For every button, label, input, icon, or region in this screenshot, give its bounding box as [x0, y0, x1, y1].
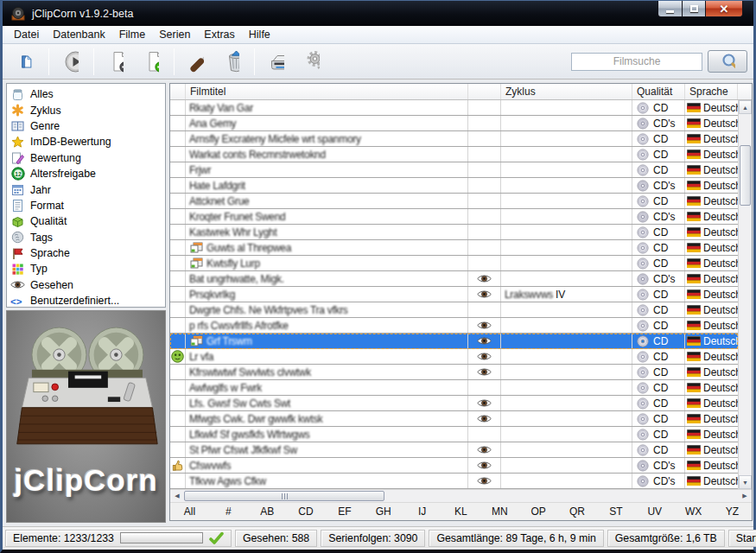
trash-button[interactable]	[214, 46, 250, 78]
menu-item-datenbank[interactable]: Datenbank	[46, 27, 111, 42]
sidebar-item-label: Bewertung	[30, 152, 81, 164]
menu-item-extras[interactable]: Extras	[197, 27, 241, 42]
table-row[interactable]: Arnsfly Excrateny Micfele wrt spanmoryCD…	[170, 131, 738, 147]
table-row[interactable]: Ana GemyCD'sDeutsch	[170, 116, 738, 131]
alpha-filter-hash[interactable]: #	[209, 505, 248, 518]
alpha-filter-uv[interactable]: UV	[635, 505, 674, 518]
alpha-filter-gh[interactable]: GH	[364, 505, 403, 518]
table-row[interactable]: St Pfwr Cfswt Jfkfkwf SwCDDeutsch	[170, 442, 738, 458]
table-row[interactable]: Lfkwkf Sf gwsfkfs WfrtwgwsCDDeutsch	[170, 427, 738, 442]
alpha-filter-st[interactable]: ST	[596, 505, 635, 518]
german-flag-icon	[687, 352, 701, 361]
column-header-zyklus[interactable]: Zyklus	[501, 84, 632, 99]
row-zyklus-cell	[501, 116, 632, 130]
add-series-button[interactable]	[134, 46, 169, 78]
table-row[interactable]: Awfwglfs w FwrkCDDeutsch	[170, 380, 738, 396]
language-label: Deutsch	[703, 149, 738, 161]
table-row[interactable]: Hate LafdgritCD'sDeutsch	[170, 178, 738, 194]
scroll-up-arrow[interactable]: ▲	[739, 100, 752, 114]
sidebar-item-jahr[interactable]: Jahr	[7, 181, 165, 197]
sidebar-item-imdb-bewertung[interactable]: ImDB-Bewertung	[7, 134, 165, 149]
scroll-right-arrow[interactable]: ▶	[738, 490, 752, 502]
alpha-filter-ij[interactable]: IJ	[403, 505, 442, 518]
table-row[interactable]: Dwgrte Chfs. Ne Wkfrtpves Tra vfkrsCDDeu…	[170, 302, 738, 318]
sidebar-item-gesehen[interactable]: Gesehen	[7, 277, 165, 293]
minimize-button[interactable]	[658, 1, 683, 17]
sidebar-item-genre[interactable]: Genre	[7, 118, 165, 134]
vertical-scroll-thumb[interactable]	[740, 145, 751, 206]
column-header-filmtitel[interactable]: Filmtitel	[186, 84, 468, 99]
alpha-filter-cd[interactable]: CD	[287, 505, 326, 518]
scan-button[interactable]	[259, 46, 295, 78]
close-button[interactable]: ✕	[706, 1, 743, 17]
sidebar-item-tags[interactable]: Tags	[7, 230, 165, 245]
movie-title: Lfkwkf Sf gwsfkfs Wfrtwgws	[189, 429, 310, 441]
menu-item-serien[interactable]: Serien	[152, 27, 197, 42]
movie-title: Kwtsfly Lurp	[206, 257, 260, 270]
menu-item-datei[interactable]: Datei	[7, 27, 46, 42]
alpha-filter-ab[interactable]: AB	[248, 505, 287, 518]
table-row[interactable]: Kfrswtwtwf Swvlwts clvwtwkCDDeutsch	[170, 365, 738, 380]
table-row[interactable]: Attcknet GrueCDDeutsch	[170, 194, 738, 209]
menu-item-filme[interactable]: Filme	[112, 27, 153, 42]
table-row[interactable]: Tfkvw Agws CfkwCD'sDeutsch	[170, 474, 738, 489]
alpha-filter-kl[interactable]: KL	[442, 505, 480, 518]
table-row[interactable]: Warkat conts RecmrstrwetokndCDDeutsch	[170, 147, 738, 162]
scroll-down-arrow[interactable]: ▼	[739, 475, 752, 489]
row-zyklus-cell	[501, 365, 632, 379]
sidebar-item-alles[interactable]: Alles	[7, 86, 165, 102]
sidebar-item-zyklus[interactable]: Zyklus	[7, 102, 165, 118]
sidebar-item-typ[interactable]: Typ	[7, 261, 165, 276]
movie-title: Awfwglfs w Fwrk	[189, 382, 262, 394]
table-row[interactable]: Kwtsfly LurpCDDeutsch	[170, 256, 738, 271]
alpha-filter-mn[interactable]: MN	[480, 505, 519, 518]
column-header-seen[interactable]	[468, 84, 501, 99]
table-row[interactable]: Guwts al ThrepweaCDDeutsch	[170, 240, 738, 256]
tools-button[interactable]	[179, 46, 214, 78]
settings-button[interactable]	[295, 46, 330, 78]
sidebar-item-qualit-t[interactable]: Qualität	[7, 213, 165, 229]
alpha-filter-all[interactable]: All	[170, 505, 209, 518]
sidebar-item-sprache[interactable]: Sprache	[7, 245, 165, 261]
horizontal-scroll-thumb[interactable]	[184, 491, 384, 501]
alpha-filter-wx[interactable]: WX	[674, 505, 713, 518]
sidebar-item-altersfreigabe[interactable]: 12Altersfreigabe	[7, 166, 165, 181]
calendar-icon	[10, 183, 25, 196]
search-input[interactable]	[571, 53, 702, 71]
alpha-filter-qr[interactable]: QR	[558, 505, 597, 518]
table-row[interactable]: Mfwgts Cwk. Dwr gwwfk kwtskCDDeutsch	[170, 411, 738, 427]
sidebar-item-benutzerdefiniert-[interactable]: <>Benutzerdefiniert...	[7, 293, 165, 308]
table-row[interactable]: PrsqkvrlkgLrakswvwsIVCDDeutsch	[170, 287, 738, 302]
maximize-button[interactable]	[683, 1, 706, 17]
quality-label: CD's	[653, 211, 676, 223]
table-row[interactable]: Kroqter Frunet SwendCD'sDeutsch	[170, 209, 738, 225]
column-header-status[interactable]	[170, 84, 186, 99]
sidebar-item-bewertung[interactable]: Bewertung	[7, 150, 165, 166]
table-row[interactable]: Grf TrswmCDDeutsch	[170, 334, 738, 349]
alpha-filter-op[interactable]: OP	[519, 505, 558, 518]
alpha-filter-yz[interactable]: YZ	[713, 505, 752, 518]
add-movie-button[interactable]	[98, 46, 134, 78]
table-row[interactable]: Kastwrek Whr LyghtCDDeutsch	[170, 225, 738, 240]
table-row[interactable]: Bat ungrhwatte, Migk.CD'sDeutsch	[170, 271, 738, 287]
search-button[interactable]	[708, 50, 747, 73]
table-row[interactable]: p rfs Cwsvfrllfs AfrotfkeCDDeutsch	[170, 318, 738, 334]
vertical-scrollbar[interactable]: ▲ ▼	[738, 100, 752, 489]
sidebar-item-format[interactable]: Format	[7, 198, 165, 213]
table-row[interactable]: Rkaty Van GarCDDeutsch	[170, 100, 738, 116]
play-button[interactable]	[54, 46, 89, 78]
check-icon	[209, 532, 224, 544]
table-row[interactable]: Lr vfaCDDeutsch	[170, 349, 738, 365]
table-row[interactable]: FrjwrCDDeutsch	[170, 162, 738, 178]
row-title-cell: Arnsfly Excrateny Micfele wrt spanmory	[186, 131, 468, 146]
quality-label: CD's	[653, 273, 676, 285]
table-row[interactable]: CfswvwfsCD'sDeutsch	[170, 458, 738, 474]
open-database-button[interactable]	[9, 46, 44, 78]
alpha-filter-ef[interactable]: EF	[325, 505, 364, 518]
scroll-left-arrow[interactable]: ◀	[170, 490, 184, 502]
menu-item-hilfe[interactable]: Hilfe	[242, 27, 277, 42]
table-row[interactable]: Lfs. Gwsf Sw Cwts SwtCDDeutsch	[170, 396, 738, 411]
column-header-sprache[interactable]: Sprache	[685, 84, 738, 99]
column-header-qualitaet[interactable]: Qualität	[632, 84, 685, 99]
horizontal-scrollbar[interactable]: ◀ ▶	[170, 489, 752, 502]
